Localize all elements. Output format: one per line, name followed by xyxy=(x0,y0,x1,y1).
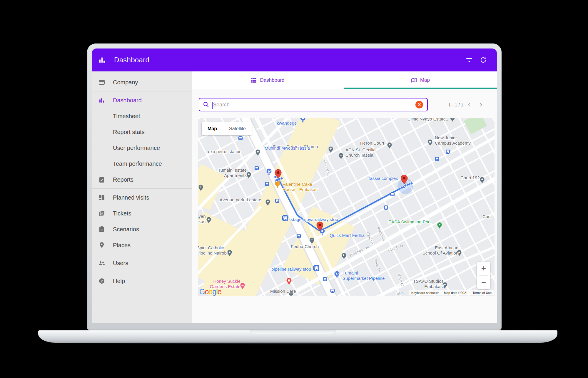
satellite-view-button[interactable]: Satellite xyxy=(223,122,252,135)
bus-stop-icon[interactable] xyxy=(275,199,279,203)
bus-stop-icon[interactable] xyxy=(446,150,450,154)
map-label: Quick Mart Fedha xyxy=(330,233,365,238)
sidebar-item-label: Team performance xyxy=(113,160,162,167)
hospital-pin[interactable] xyxy=(286,278,292,285)
previous-page-button[interactable] xyxy=(463,99,475,111)
sidebar-item-label: User performance xyxy=(113,145,160,151)
bus-stop-icon[interactable] xyxy=(331,289,335,293)
tab-map[interactable]: Map xyxy=(344,71,497,89)
blue-dot[interactable] xyxy=(280,177,283,180)
apartments-pin[interactable] xyxy=(247,172,251,179)
bus-stop-icon[interactable] xyxy=(391,193,395,196)
filter-button[interactable] xyxy=(463,54,475,66)
church-pin[interactable] xyxy=(339,153,343,160)
sidebar: Company Dashboard Timesheet Report stats xyxy=(92,71,192,323)
map-label: stage mpya railway stop xyxy=(291,217,338,222)
map-icon xyxy=(411,78,417,83)
clipboard-list-icon xyxy=(98,226,105,233)
bus-stop-icon[interactable] xyxy=(384,206,388,210)
clear-search-button[interactable]: ✕ xyxy=(415,101,423,108)
sidebar-item-company[interactable]: Company xyxy=(92,74,192,90)
clinic-pin[interactable] xyxy=(450,118,455,122)
laptop-base xyxy=(38,330,557,343)
next-page-button[interactable] xyxy=(475,99,487,111)
court-pin[interactable] xyxy=(387,143,392,149)
map-view-button[interactable]: Map xyxy=(202,122,223,135)
divider xyxy=(92,254,192,254)
map-label: Cou xyxy=(482,214,491,219)
content-spacer xyxy=(192,296,497,323)
list-table-icon xyxy=(251,78,256,83)
map-viewport[interactable]: kwandege Clinic Nyayo Estate... Heron Co… xyxy=(198,118,495,296)
app-window: Dashboard Company Dashboard xyxy=(92,48,497,323)
railway-stop-icon[interactable] xyxy=(314,265,319,271)
sidebar-item-report-stats[interactable]: Report stats xyxy=(92,124,192,140)
court-pin[interactable] xyxy=(480,177,485,184)
help-icon: ? xyxy=(98,277,105,285)
chevron-right-icon xyxy=(479,102,483,107)
app-body: Company Dashboard Timesheet Report stats xyxy=(92,71,497,323)
search-field[interactable]: ✕ xyxy=(199,98,428,111)
bus-stop-icon[interactable] xyxy=(255,166,259,170)
bus-stop-icon[interactable] xyxy=(265,182,269,186)
divider xyxy=(92,188,192,189)
map-attribution: Keyboard shortcuts Map data ©2021 Terms … xyxy=(409,290,494,295)
sidebar-item-places[interactable]: Places xyxy=(92,237,192,253)
sidebar-item-user-performance[interactable]: User performance xyxy=(92,140,192,156)
pagination: 1 - 1 / 1 xyxy=(448,99,487,111)
sidebar-item-label: Report stats xyxy=(113,129,145,136)
tab-dashboard[interactable]: Dashboard xyxy=(192,71,344,89)
sidebar-item-label: Users xyxy=(113,260,128,267)
sidebar-item-reports[interactable]: Reports xyxy=(92,172,192,188)
empty-icon-slot xyxy=(98,128,105,136)
railway-stop-icon[interactable] xyxy=(283,215,288,221)
laptop-frame: Dashboard Company Dashboard xyxy=(87,44,502,330)
page-title: Dashboard xyxy=(114,56,149,64)
swimming-pool-pin[interactable] xyxy=(437,223,442,229)
sidebar-item-users[interactable]: Users xyxy=(92,255,192,271)
sidebar-item-team-performance[interactable]: Team performance xyxy=(92,156,192,172)
mosque-pin[interactable] xyxy=(342,253,346,260)
sidebar-item-timesheet[interactable]: Timesheet xyxy=(92,108,192,124)
map-label: Muhindi Mweusi Tassia xyxy=(265,145,310,151)
tab-label: Dashboard xyxy=(260,77,284,83)
sidebar-item-label: Planned visits xyxy=(113,194,149,201)
map-data-text: Map data ©2021 xyxy=(444,291,468,295)
tab-bar: Dashboard Map xyxy=(192,71,497,89)
blue-dot[interactable] xyxy=(274,176,277,178)
refresh-button[interactable] xyxy=(477,54,489,66)
google-logo[interactable]: Google xyxy=(199,287,221,296)
map-label: Spirit CatholicPipeline Nairobi xyxy=(198,245,228,256)
keyboard-shortcuts-link[interactable]: Keyboard shortcuts xyxy=(411,291,439,295)
sidebar-item-scenarios[interactable]: Scenarios xyxy=(92,221,192,237)
company-icon xyxy=(98,79,105,86)
users-icon xyxy=(98,260,105,267)
church-pin[interactable] xyxy=(329,147,333,153)
blue-dot[interactable] xyxy=(404,184,407,187)
bus-stop-icon[interactable] xyxy=(239,136,243,140)
zoom-out-button[interactable]: − xyxy=(477,276,490,290)
bus-stop-icon[interactable] xyxy=(323,277,327,281)
map-label: Lexo petrol station xyxy=(206,149,242,154)
school-pin[interactable] xyxy=(428,140,432,146)
terms-of-use-link[interactable]: Terms of Use xyxy=(472,291,492,295)
main-panel: Dashboard Map ✕ 1 - 1 / 1 xyxy=(192,71,497,323)
search-input[interactable] xyxy=(209,101,415,108)
zoom-in-button[interactable]: + xyxy=(477,262,490,275)
sidebar-item-tickets[interactable]: Tickets xyxy=(92,205,192,221)
bar-chart-icon xyxy=(99,57,105,63)
bus-stop-icon[interactable] xyxy=(435,157,439,161)
toolbar: ✕ 1 - 1 / 1 xyxy=(192,89,497,111)
laptop-notch xyxy=(250,330,336,334)
sidebar-item-planned-visits[interactable]: Planned visits xyxy=(92,190,192,205)
map-label: Clinic Nyayo Estate... xyxy=(407,118,450,122)
search-icon xyxy=(203,101,209,108)
sidebar-item-dashboard[interactable]: Dashboard xyxy=(92,92,192,108)
map-label: Court 192 xyxy=(460,175,480,180)
bus-stop-icon[interactable] xyxy=(297,234,301,238)
map-label: EASA Swimming Pool xyxy=(388,219,432,225)
sidebar-item-label: Help xyxy=(113,278,125,285)
sidebar-item-help[interactable]: ? Help xyxy=(92,273,192,289)
blue-dot[interactable] xyxy=(410,182,413,185)
map-label: ayanakasi xyxy=(198,214,206,224)
